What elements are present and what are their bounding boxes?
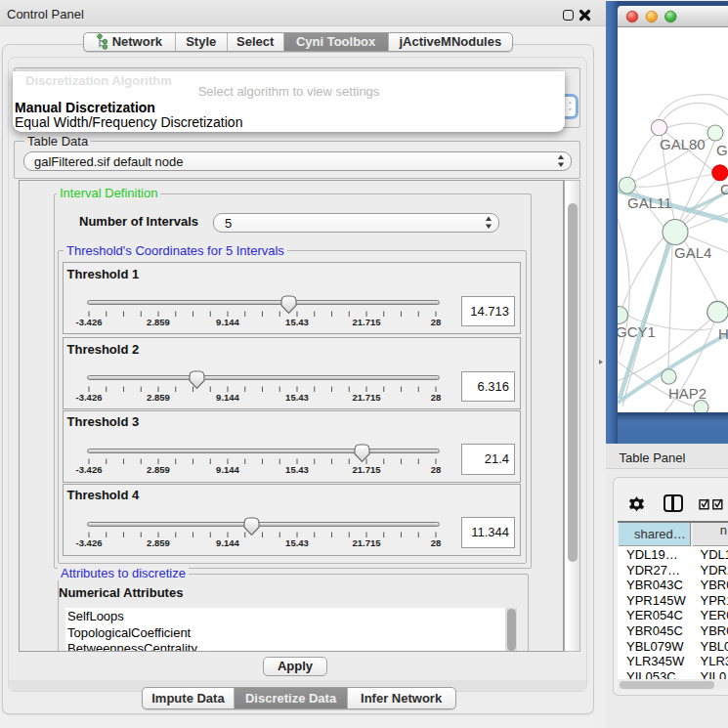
- svg-text:GAL4: GAL4: [674, 244, 711, 261]
- svg-text:C: C: [720, 181, 728, 197]
- svg-text:GAL11: GAL11: [627, 194, 672, 211]
- svg-text:G.: G.: [716, 141, 728, 157]
- svg-text:H: H: [718, 324, 728, 341]
- svg-text:GAL80: GAL80: [660, 135, 706, 151]
- svg-text:GCY1: GCY1: [618, 323, 656, 340]
- svg-text:HAP2: HAP2: [668, 385, 707, 402]
